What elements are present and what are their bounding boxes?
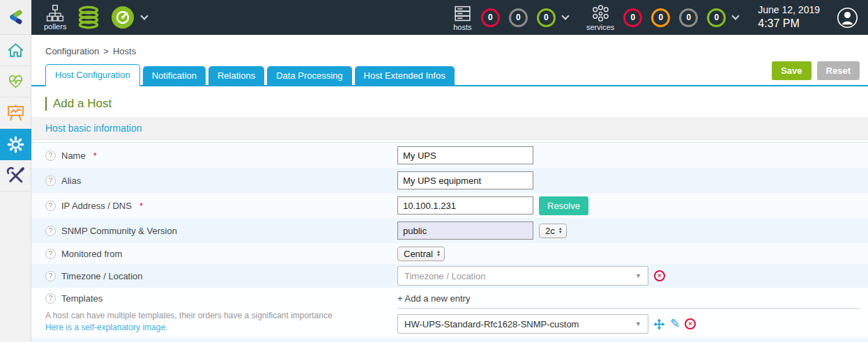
database-status-icon[interactable] <box>76 5 101 30</box>
help-icon[interactable]: ? <box>45 150 56 161</box>
help-icon[interactable]: ? <box>45 293 56 304</box>
edit-template-icon[interactable]: ✎ <box>670 318 680 329</box>
date-text: June 12, 2019 <box>758 4 820 17</box>
ip-address-input[interactable] <box>397 196 533 215</box>
user-avatar[interactable] <box>837 7 858 29</box>
services-warning-badge[interactable]: 0 <box>651 8 670 27</box>
sidebar-item-home[interactable] <box>0 35 31 66</box>
help-icon[interactable]: ? <box>45 226 56 236</box>
gauge-icon <box>111 6 135 29</box>
tab-host-configuration[interactable]: Host Configuration <box>45 64 140 86</box>
topbar: pollers <box>31 0 868 35</box>
save-button[interactable]: Save <box>772 61 811 80</box>
help-icon[interactable]: ? <box>45 201 56 211</box>
name-input[interactable] <box>397 146 533 164</box>
pollers-menu[interactable]: pollers <box>44 4 66 31</box>
form-actions: Save Reset <box>772 61 860 80</box>
delete-template-icon[interactable]: ✕ <box>685 318 696 329</box>
templates-label: Templates <box>61 293 102 304</box>
sidebar-item-reporting[interactable] <box>0 98 31 129</box>
page-title: Add a Host <box>45 97 868 111</box>
clock: June 12, 2019 4:37 PM <box>758 4 820 31</box>
name-label: Name <box>61 150 86 161</box>
help-icon[interactable]: ? <box>45 176 56 186</box>
form-row-snmp: ? SNMP Community & Version 2c ▲▼ <box>31 218 868 243</box>
form-row-alias: ? Alias <box>31 168 868 193</box>
home-icon <box>6 41 25 60</box>
breadcrumb-configuration[interactable]: Configuration <box>45 46 99 56</box>
hosts-menu[interactable]: hosts <box>453 4 472 31</box>
help-icon[interactable]: ? <box>45 271 56 281</box>
hosts-label: hosts <box>453 24 471 31</box>
move-template-icon[interactable] <box>653 318 665 330</box>
templates-help-link[interactable]: Here is a self-explanatory image. <box>45 322 397 332</box>
tab-bar: Host Configuration Notification Relation… <box>31 64 868 86</box>
breadcrumb-separator: > <box>103 46 109 56</box>
ip-label: IP Address / DNS <box>61 201 132 211</box>
services-ok-badge[interactable]: 0 <box>707 8 726 27</box>
dropdown-arrow-icon: ▼ <box>635 320 641 327</box>
monitored-from-select[interactable]: Central ▲▼ <box>397 247 445 261</box>
timezone-select[interactable]: Timezone / Location ▼ <box>397 266 648 286</box>
snmp-label: SNMP Community & Version <box>61 226 177 236</box>
resolve-button[interactable]: Resolve <box>539 196 588 215</box>
sidebar-item-monitoring[interactable] <box>0 66 31 98</box>
tab-notification[interactable]: Notification <box>143 66 206 85</box>
hosts-unreachable-badge[interactable]: 0 <box>509 8 528 27</box>
template-select[interactable]: HW-UPS-Standard-Rfc1628-SNMP-custom ▼ <box>397 314 648 334</box>
chart-easel-icon <box>6 104 25 123</box>
main-content: Configuration>Hosts Host Configuration N… <box>31 35 868 342</box>
reset-button[interactable]: Reset <box>817 61 860 80</box>
hosts-down-badge[interactable]: 0 <box>481 8 500 27</box>
form-row-name: ? Name * <box>31 143 868 168</box>
sidebar-item-configuration[interactable] <box>0 129 31 160</box>
heartbeat-icon <box>6 72 25 91</box>
services-menu[interactable]: services <box>586 4 614 31</box>
section-host-basic-information: Host basic information <box>31 117 868 140</box>
form-rows: ? Name * ? Alias ? IP Address / DNS * <box>31 142 868 342</box>
select-spinner-icon: ▲▼ <box>436 250 441 257</box>
gauge-status-icon[interactable] <box>111 6 135 29</box>
help-icon[interactable]: ? <box>45 249 56 259</box>
tab-host-extended-infos[interactable]: Host Extended Infos <box>355 66 455 85</box>
monitored-from-value: Central <box>404 249 433 259</box>
form-row-timezone: ? Timezone / Location Timezone / Locatio… <box>31 264 868 288</box>
gear-icon <box>6 135 25 154</box>
chevron-down-icon[interactable] <box>561 12 569 20</box>
sidebar-nav <box>0 35 31 342</box>
database-icon <box>76 5 101 30</box>
monitored-from-label: Monitored from <box>61 249 122 259</box>
chevron-down-icon[interactable] <box>732 12 740 20</box>
snmp-community-input[interactable] <box>397 221 533 240</box>
required-asterisk: * <box>93 150 97 161</box>
select-spinner-icon: ▲▼ <box>558 227 563 234</box>
services-unknown-badge[interactable]: 0 <box>679 8 698 27</box>
centreon-logo[interactable] <box>0 0 31 35</box>
template-selected-value: HW-UPS-Standard-Rfc1628-SNMP-custom <box>404 319 579 329</box>
hosts-up-badge[interactable]: 0 <box>537 8 556 27</box>
required-asterisk: * <box>139 201 143 211</box>
form-row-create-services: ? Create Services linked to the Template… <box>31 338 868 342</box>
services-critical-badge[interactable]: 0 <box>623 8 642 27</box>
hosts-icon <box>453 4 472 23</box>
clear-timezone-icon[interactable]: ✕ <box>654 270 665 281</box>
breadcrumb: Configuration>Hosts <box>45 46 868 56</box>
time-text: 4:37 PM <box>758 17 820 31</box>
add-template-entry-link[interactable]: + Add a new entry <box>397 293 860 309</box>
tab-relations[interactable]: Relations <box>208 66 264 85</box>
chevron-down-icon[interactable] <box>141 12 149 20</box>
dropdown-arrow-icon: ▼ <box>635 272 641 279</box>
tools-icon <box>6 166 25 185</box>
snmp-version-select[interactable]: 2c ▲▼ <box>539 224 567 238</box>
sidebar-item-administration[interactable] <box>0 160 31 192</box>
breadcrumb-hosts[interactable]: Hosts <box>113 46 136 56</box>
form-row-templates: ? Templates A host can have multiple tem… <box>31 288 868 338</box>
services-label: services <box>586 24 614 31</box>
pollers-label: pollers <box>44 23 66 31</box>
alias-input[interactable] <box>397 171 533 189</box>
pollers-icon <box>46 4 64 22</box>
services-icon <box>591 4 610 23</box>
alias-label: Alias <box>61 176 81 186</box>
tab-data-processing[interactable]: Data Processing <box>267 66 351 85</box>
centreon-logo-icon <box>6 8 25 26</box>
